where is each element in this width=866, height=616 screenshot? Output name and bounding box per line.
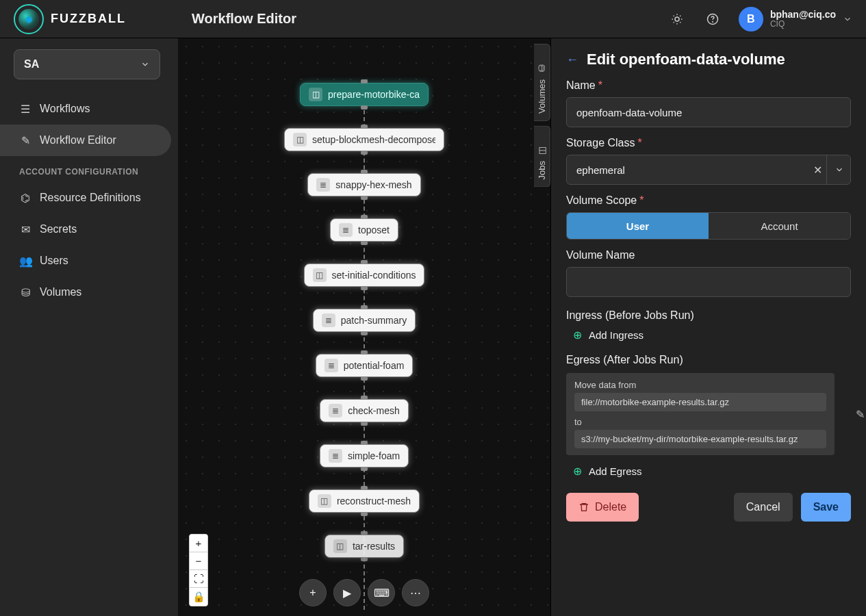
zoom-in-button[interactable]: + xyxy=(190,535,207,552)
egress-to-value: s3://my-bucket/my-dir/motorbike-example-… xyxy=(574,430,826,448)
save-button[interactable]: Save xyxy=(801,493,851,522)
add-node-button[interactable]: + xyxy=(299,579,327,606)
drive-icon: ⛁ xyxy=(19,286,31,299)
workflow-node[interactable]: ◫set-initial-conditions xyxy=(304,264,425,287)
org-selector[interactable]: SA xyxy=(14,49,160,79)
chevron-down-icon xyxy=(843,14,852,24)
cube-icon: ◫ xyxy=(309,88,322,101)
clear-icon[interactable]: ✕ xyxy=(813,164,822,177)
cube-icon: ◫ xyxy=(313,268,327,282)
svg-point-0 xyxy=(675,17,679,21)
sidebar-item-label: Resource Definitions xyxy=(40,192,141,204)
workflow-node[interactable]: ≣potential-foam xyxy=(316,354,413,377)
zoom-lock-button[interactable]: 🔒 xyxy=(190,588,207,606)
sidebar-item-workflow-editor[interactable]: ✎ Workflow Editor xyxy=(0,125,171,156)
volume-name-input[interactable] xyxy=(566,267,851,297)
back-arrow-icon[interactable]: ← xyxy=(566,53,578,67)
brand[interactable]: ◉ FUZZBALL xyxy=(0,4,178,34)
volume-scope-label: Volume Scope* xyxy=(566,194,851,207)
sidebar-item-resource-definitions[interactable]: ⌬ Resource Definitions xyxy=(0,182,171,214)
egress-label: Egress (After Jobs Run) xyxy=(566,354,851,366)
org-selector-value: SA xyxy=(24,58,39,70)
key-icon: ✉ xyxy=(19,223,31,236)
edit-egress-icon[interactable]: ✎ xyxy=(856,408,865,421)
layers-icon: ≣ xyxy=(324,359,338,372)
sidebar-item-volumes[interactable]: ⛁ Volumes xyxy=(0,277,171,308)
drive-icon: ⛁ xyxy=(537,64,547,74)
panel-actions: Delete Cancel Save xyxy=(566,493,851,522)
layers-icon: ≣ xyxy=(329,449,342,463)
brand-logo: ◉ xyxy=(14,4,44,34)
side-tab-volumes[interactable]: Volumes⛁ xyxy=(534,44,550,121)
layers-icon: ≣ xyxy=(322,313,335,327)
delete-button[interactable]: Delete xyxy=(566,493,639,522)
user-org: CIQ xyxy=(770,20,836,29)
add-ingress-button[interactable]: ⊕ Add Ingress xyxy=(573,329,851,342)
volume-scope-toggle: User Account xyxy=(566,212,851,240)
workflow-node[interactable]: ≣check-mesh xyxy=(320,399,408,422)
workflow-canvas[interactable]: ◫prepare-motorbike-ca ◫setup-blockmesh-d… xyxy=(178,38,551,616)
list-icon: ☰ xyxy=(19,103,31,116)
sidebar-item-users[interactable]: 👥 Users xyxy=(0,245,171,277)
sidebar-item-label: Workflow Editor xyxy=(40,134,116,146)
egress-to-label: to xyxy=(574,417,826,427)
run-button[interactable]: ▶ xyxy=(333,579,361,606)
workflow-node[interactable]: ◫prepare-motorbike-ca xyxy=(300,83,429,106)
sidebar-item-label: Secrets xyxy=(40,223,77,235)
layers-icon: ≣ xyxy=(316,178,330,192)
zoom-fit-button[interactable]: ⛶ xyxy=(190,570,207,588)
theme-toggle-icon[interactable] xyxy=(665,7,689,31)
trash-icon xyxy=(578,502,589,513)
cube-icon: ◫ xyxy=(333,539,347,553)
avatar: B xyxy=(739,7,763,31)
workflow-node[interactable]: ≣toposet xyxy=(330,218,398,242)
name-label: Name* xyxy=(566,79,851,92)
help-icon[interactable] xyxy=(700,7,725,31)
egress-from-value: file://motorbike-example-results.tar.gz xyxy=(574,393,826,411)
cube-icon: ◫ xyxy=(537,145,547,155)
cube-icon: ◫ xyxy=(318,494,331,508)
egress-from-label: Move data from xyxy=(574,380,826,390)
page-title: Workflow Editor xyxy=(178,11,665,27)
edit-panel: ← Edit openfoam-data-volume Name* Storag… xyxy=(551,38,866,616)
brand-name: FUZZBALL xyxy=(51,12,126,26)
scope-user-button[interactable]: User xyxy=(567,213,709,239)
workflow-node[interactable]: ◫reconstruct-mesh xyxy=(309,489,420,513)
sidebar-item-workflows[interactable]: ☰ Workflows xyxy=(0,93,171,125)
canvas-toolbar: + ▶ ⌨ ⋯ xyxy=(299,579,429,606)
workflow-node[interactable]: ≣patch-summary xyxy=(313,309,416,332)
zoom-out-button[interactable]: − xyxy=(190,552,207,570)
topbar-right: B bphan@ciq.co CIQ xyxy=(665,4,855,34)
sidebar-item-label: Volumes xyxy=(40,286,81,298)
volume-name-label: Volume Name xyxy=(566,249,851,261)
sidebar-item-label: Workflows xyxy=(40,103,90,115)
sidebar-item-label: Users xyxy=(40,255,68,267)
chevron-down-icon[interactable] xyxy=(826,155,851,185)
node-column: ◫prepare-motorbike-ca ◫setup-blockmesh-d… xyxy=(284,83,444,558)
chevron-down-icon xyxy=(140,60,150,69)
more-button[interactable]: ⋯ xyxy=(402,579,429,606)
panel-title: Edit openfoam-data-volume xyxy=(587,51,785,68)
sidebar: SA ☰ Workflows ✎ Workflow Editor ACCOUNT… xyxy=(0,38,178,616)
cancel-button[interactable]: Cancel xyxy=(734,493,793,522)
topbar: ◉ FUZZBALL Workflow Editor B bphan@ciq.c… xyxy=(0,0,866,38)
workflow-node[interactable]: ≣snappy-hex-mesh xyxy=(307,173,420,196)
workflow-node[interactable]: ◫tar-results xyxy=(324,535,404,558)
storage-class-select[interactable] xyxy=(566,155,851,185)
scope-account-button[interactable]: Account xyxy=(709,213,850,239)
zoom-controls: + − ⛶ 🔒 xyxy=(189,534,208,606)
user-email: bphan@ciq.co xyxy=(770,9,836,20)
sidebar-item-secrets[interactable]: ✉ Secrets xyxy=(0,214,171,245)
add-egress-button[interactable]: ⊕ Add Egress xyxy=(573,465,851,478)
plus-circle-icon: ⊕ xyxy=(573,329,582,342)
user-menu[interactable]: B bphan@ciq.co CIQ xyxy=(736,4,855,34)
workflow-node[interactable]: ◫setup-blockmesh-decompose-p xyxy=(284,128,444,151)
workflow-node[interactable]: ≣simple-foam xyxy=(320,444,409,467)
keyboard-button[interactable]: ⌨ xyxy=(368,579,395,606)
canvas-side-tabs: Volumes⛁ Jobs◫ xyxy=(534,44,550,191)
name-input[interactable] xyxy=(566,97,851,127)
cube-icon: ◫ xyxy=(293,133,307,146)
egress-card: Move data from file://motorbike-example-… xyxy=(566,373,835,455)
sidebar-section-label: ACCOUNT CONFIGURATION xyxy=(0,156,171,182)
side-tab-jobs[interactable]: Jobs◫ xyxy=(534,125,550,187)
